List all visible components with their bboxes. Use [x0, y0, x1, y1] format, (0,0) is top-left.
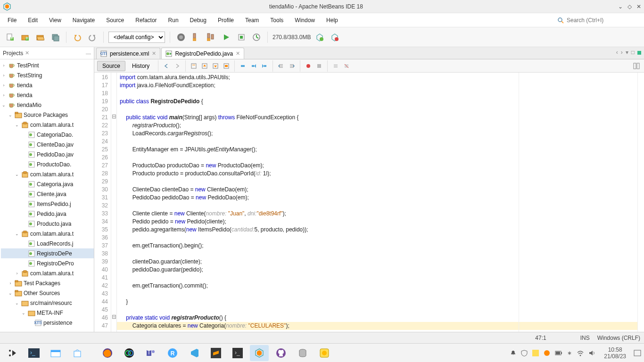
menu-profile[interactable]: Profile [212, 13, 239, 27]
find-prev-icon[interactable] [200, 61, 209, 71]
volume-icon[interactable] [589, 350, 596, 356]
tree-row[interactable]: ⌄tiendaMio [1, 100, 94, 110]
projects-tree[interactable]: ›TestPrint›TestString›tienda›tienda⌄tien… [0, 59, 94, 332]
battery-icon[interactable] [555, 350, 562, 356]
menu-tools[interactable]: Tools [264, 13, 289, 27]
twisty-icon[interactable]: ⌄ [8, 291, 13, 296]
twisty-icon[interactable]: › [8, 281, 13, 286]
menu-edit[interactable]: Edit [22, 13, 43, 27]
tree-row[interactable]: ›TestPrint [1, 60, 94, 70]
task-vscode[interactable] [185, 345, 204, 361]
task-sublime[interactable] [206, 345, 225, 361]
macro-stop-icon[interactable] [314, 61, 324, 71]
task-webex[interactable] [120, 345, 139, 361]
task-console[interactable]: ›_ [228, 345, 247, 361]
clock[interactable]: 10:58 21/08/23 [601, 346, 629, 360]
run-project-button[interactable] [220, 31, 232, 43]
bell-icon[interactable]: 🔔︎ [511, 350, 516, 356]
tree-row[interactable]: ProductoDao. [1, 159, 94, 169]
task-github[interactable] [272, 345, 290, 361]
twisty-icon[interactable]: › [1, 73, 7, 78]
tree-row[interactable]: ⌄com.latam.alura.t [1, 169, 94, 179]
maximize-icon[interactable]: ◇ [627, 3, 632, 10]
menu-file[interactable]: File [2, 13, 22, 27]
debug-project-button[interactable] [235, 31, 248, 43]
notifications-button[interactable] [329, 31, 341, 43]
tree-row[interactable]: PedidoDao.jav [1, 149, 94, 159]
search-input[interactable] [567, 17, 637, 24]
panel-minimize-icon[interactable]: — [86, 50, 91, 56]
tree-row[interactable]: Cliente.java [1, 189, 94, 199]
tab-scroll-left-icon[interactable]: ‹ [616, 49, 618, 56]
find-next-icon[interactable] [211, 61, 220, 71]
tray-app-icon[interactable] [532, 350, 539, 356]
bluetooth-icon[interactable]: ∗ [567, 350, 572, 356]
nav-forward-icon[interactable] [173, 61, 182, 71]
split-editor-icon[interactable] [632, 61, 641, 71]
tree-row[interactable]: ⌄Source Packages [1, 110, 94, 120]
task-files[interactable] [46, 345, 65, 361]
twisty-icon[interactable]: ⌄ [1, 103, 7, 107]
menu-view[interactable]: View [43, 13, 67, 27]
tree-row[interactable]: Pedido.java [1, 209, 94, 219]
twisty-icon[interactable]: › [1, 93, 7, 98]
maximize-editor-icon[interactable]: □ [631, 49, 635, 56]
menu-debug[interactable]: Debug [184, 13, 212, 27]
tree-row[interactable]: RegistroDePro [1, 258, 94, 268]
new-project-button[interactable]: + [19, 31, 31, 43]
fold-strip[interactable]: ⊟⊟ [111, 73, 117, 332]
shift-right-icon[interactable] [287, 61, 297, 71]
tree-row[interactable]: xmlpersistence [1, 318, 94, 328]
task-teams[interactable]: T [141, 345, 160, 361]
tree-row[interactable]: ItemsPedido.j [1, 199, 94, 209]
tree-row[interactable]: ›tienda [1, 90, 94, 100]
tree-row[interactable]: LoadRecords.j [1, 239, 94, 248]
code-area[interactable]: import com.latam.alura.tienda.utils.JPAU… [117, 73, 637, 332]
toggle-bookmark-icon[interactable] [238, 61, 248, 71]
twisty-icon[interactable]: ⌄ [21, 311, 26, 315]
prev-bookmark-icon[interactable] [249, 61, 258, 71]
minimize-icon[interactable]: ⌄ [618, 3, 623, 10]
comment-icon[interactable] [331, 61, 340, 71]
show-desktop-icon[interactable] [634, 350, 641, 356]
menu-source[interactable]: Source [100, 13, 130, 27]
update-icon[interactable] [544, 350, 550, 356]
gc-button[interactable] [314, 31, 326, 43]
task-dbeaver[interactable] [293, 345, 312, 361]
menu-navigate[interactable]: Navigate [67, 13, 100, 27]
menu-window[interactable]: Window [289, 13, 321, 27]
start-button[interactable] [3, 345, 22, 361]
open-project-button[interactable] [34, 31, 46, 43]
next-bookmark-icon[interactable] [260, 61, 269, 71]
task-terminal[interactable]: ›_ [25, 345, 43, 361]
twisty-icon[interactable]: ⌄ [14, 301, 20, 305]
line-gutter[interactable]: 1617181920212223242526272829303132333435… [94, 73, 111, 332]
tab-scroll-right-icon[interactable]: › [621, 49, 623, 56]
task-firefox[interactable] [98, 345, 117, 361]
task-app[interactable] [315, 345, 334, 361]
close-icon[interactable]: ✕ [636, 3, 641, 10]
tab-list-icon[interactable]: ▾ [626, 49, 628, 56]
clean-build-dropdown[interactable] [205, 31, 217, 43]
shift-left-icon[interactable] [276, 61, 286, 71]
twisty-icon[interactable]: ⌄ [14, 231, 20, 236]
tree-row[interactable]: CategoriaDao. [1, 130, 94, 140]
tab-close-icon[interactable]: ✕ [236, 50, 240, 57]
run-config-select[interactable]: <default config> [108, 32, 165, 43]
tree-row[interactable]: ⌄Other Sources [1, 288, 94, 298]
tree-row[interactable]: Producto.java [1, 219, 94, 229]
twisty-icon[interactable]: ⌄ [14, 123, 20, 127]
twisty-icon[interactable]: ⌄ [14, 172, 20, 177]
tree-row[interactable]: ⌄src/main/resourc [1, 298, 94, 308]
source-view-button[interactable]: Source [97, 61, 125, 71]
tree-row[interactable]: ⌄com.latam.alura.t [1, 229, 94, 239]
tree-row[interactable]: Categoria.java [1, 179, 94, 189]
shield-icon[interactable] [521, 350, 528, 356]
panel-close-icon[interactable]: ✕ [25, 50, 29, 56]
nav-back-icon[interactable] [162, 61, 171, 71]
clean-build-button[interactable] [190, 31, 202, 43]
undo-button[interactable] [71, 31, 83, 43]
macro-record-icon[interactable] [304, 61, 313, 71]
task-netbeans[interactable] [250, 345, 269, 361]
system-tray[interactable]: 🔔︎ ∗ 10:58 21/08/23 [511, 346, 641, 360]
